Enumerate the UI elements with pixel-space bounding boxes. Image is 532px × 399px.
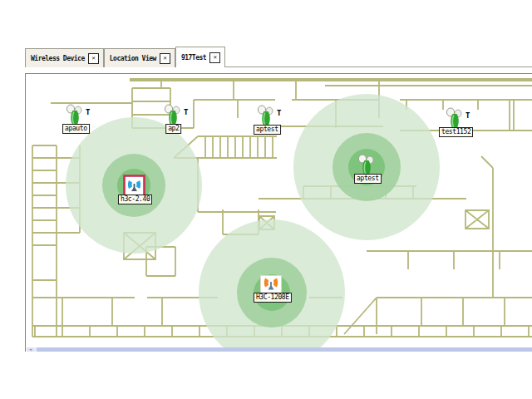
scroll-left-arrow-icon[interactable]: ◄	[27, 347, 34, 352]
device-flag: T	[184, 108, 188, 116]
device-layer: Tapauto Tap2 Taptest Ttest1152 h3c-2.40 …	[27, 75, 532, 347]
close-icon[interactable]: ✕	[209, 52, 220, 63]
device-label: ap2	[165, 124, 181, 134]
device-label: test1152	[439, 127, 473, 137]
device-label: h3c-2.40	[118, 195, 152, 204]
device-label: aptest	[354, 174, 382, 184]
floor-plan-map[interactable]: Tapauto Tap2 Taptest Ttest1152 h3c-2.40 …	[27, 75, 532, 347]
close-icon[interactable]: ✕	[88, 53, 99, 64]
tab-label: Wireless Device	[31, 55, 85, 62]
tab-location-view[interactable]: Location View ✕	[104, 48, 175, 67]
close-icon[interactable]: ✕	[160, 53, 170, 64]
tab-917test[interactable]: 917Test ✕	[175, 47, 225, 67]
horizontal-scrollbar[interactable]: ◄	[27, 347, 532, 352]
device-flag: T	[277, 109, 281, 117]
tab-label: Location View	[110, 55, 156, 62]
device-label: apauto	[62, 124, 90, 134]
device-flag: T	[86, 108, 90, 116]
location-view-panel: Tapauto Tap2 Taptest Ttest1152 h3c-2.40 …	[25, 73, 532, 352]
device-label: aptest	[254, 125, 281, 135]
device-label: H3C-1208E	[254, 293, 292, 303]
tab-wireless-device[interactable]: Wireless Device ✕	[25, 48, 104, 67]
tab-bar: Wireless Device ✕ Location View ✕ 917Tes…	[25, 47, 532, 67]
scrollbar-thumb[interactable]	[37, 347, 532, 352]
tab-label: 917Test	[181, 54, 206, 62]
device-flag: T	[466, 111, 470, 120]
